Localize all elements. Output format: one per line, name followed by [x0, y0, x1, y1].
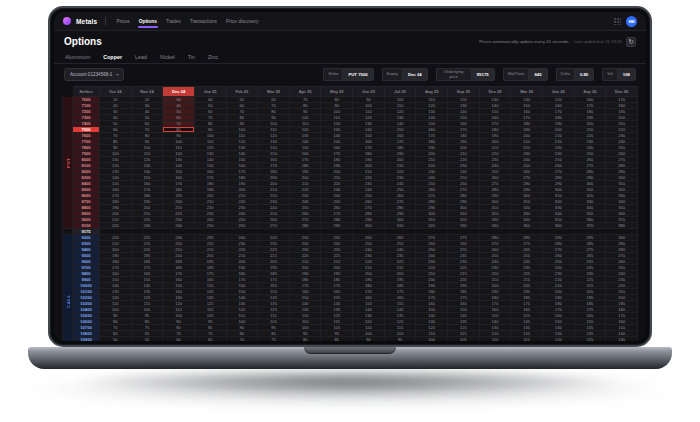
filter-chip-expiry: Expiry Dec 24 — [382, 68, 428, 81]
status-primary-text: Prices automatically update every 20 sec… — [479, 39, 570, 44]
chip-value[interactable]: 108 — [617, 68, 636, 81]
premium-cell[interactable]: 125 — [574, 337, 606, 341]
premium-cell[interactable]: 50 — [100, 337, 132, 341]
column-header[interactable]: Dec 25 — [479, 87, 511, 97]
chip-label: Vol — [602, 68, 617, 81]
premium-cell[interactable]: 115 — [511, 337, 543, 341]
options-table: StrikesOct 24Nov 24Dec 24Jan 25Feb 25Mar… — [62, 86, 638, 341]
premium-cell[interactable]: 100 — [416, 337, 448, 341]
table-row: 1090050556065707580859095100105110115120… — [63, 337, 638, 341]
apps-grid-icon[interactable] — [613, 17, 621, 25]
app-window: Metals Prices Options Trades Transaction… — [54, 12, 646, 341]
premium-cell[interactable]: 75 — [258, 337, 290, 341]
chip-label: Expiry — [382, 68, 402, 81]
column-header[interactable]: Dec 26 — [606, 87, 638, 97]
chip-value[interactable]: 0.85 — [574, 68, 594, 81]
controls-row: Account 01234568-1 ▾ Strike PUT 7500 Exp… — [54, 64, 646, 84]
chip-label: Mid Point — [503, 68, 529, 81]
laptop-shadow — [70, 368, 630, 394]
column-header[interactable]: Sep 25 — [448, 87, 480, 97]
chip-label: Strike — [323, 68, 342, 81]
call-section-label: CALL — [63, 235, 73, 341]
column-header[interactable]: Jun 26 — [542, 87, 574, 97]
nav-item-prices[interactable]: Prices — [114, 13, 131, 29]
separator-group-cell — [63, 229, 73, 235]
filter-chip-delta: Delta 0.85 — [556, 68, 595, 81]
strikes-header: Strikes — [73, 87, 100, 97]
table-header-row: StrikesOct 24Nov 24Dec 24Jan 25Feb 25Mar… — [63, 87, 638, 97]
premium-cell[interactable]: 105 — [448, 337, 480, 341]
premium-cell[interactable]: 95 — [384, 337, 416, 341]
page-header: Options Prices automatically update ever… — [54, 31, 646, 49]
laptop-base — [28, 347, 672, 369]
column-header[interactable]: Jun 25 — [353, 87, 385, 97]
options-chain: StrikesOct 24Nov 24Dec 24Jan 25Feb 25Mar… — [54, 84, 646, 341]
premium-cell[interactable]: 55 — [131, 337, 163, 341]
chevron-down-icon: ▾ — [116, 72, 118, 77]
account-label: Account 01234568-1 — [70, 72, 112, 77]
tab-aluminium[interactable]: Aluminium — [64, 50, 91, 63]
metal-tabs: Aluminium Copper Lead Nickel Tin Zinc — [54, 49, 646, 64]
filter-chip-mid-point: Mid Point 645 — [503, 68, 548, 81]
premium-cell[interactable]: 65 — [194, 337, 226, 341]
chip-label: Delta — [556, 68, 574, 81]
laptop-screen: Metals Prices Options Trades Transaction… — [48, 6, 652, 347]
nav-divider — [105, 17, 106, 25]
account-selector[interactable]: Account 01234568-1 ▾ — [64, 68, 124, 81]
nav-item-price-discovery[interactable]: Price discovery — [224, 13, 261, 29]
chip-value[interactable]: $9175 — [471, 68, 495, 81]
premium-cell[interactable]: 80 — [289, 337, 321, 341]
premium-cell[interactable]: 120 — [542, 337, 574, 341]
update-status: Prices automatically update every 20 sec… — [479, 37, 636, 47]
filter-chip-strike: Strike PUT 7500 — [323, 68, 374, 81]
chip-value[interactable]: 645 — [528, 68, 547, 81]
nav-item-trades[interactable]: Trades — [164, 13, 183, 29]
filter-chips: Strike PUT 7500 Expiry Dec 24 Underlying… — [323, 68, 636, 81]
page-title: Options — [64, 36, 102, 47]
column-header[interactable]: Oct 24 — [100, 87, 132, 97]
strike-cell[interactable]: 10900 — [73, 337, 100, 341]
filter-chip-underlying-price: Underlying price $9175 — [436, 68, 495, 81]
chip-label: Underlying price — [436, 68, 471, 81]
column-header[interactable]: May 25 — [321, 87, 353, 97]
tab-copper[interactable]: Copper — [102, 50, 123, 63]
premium-cell[interactable]: 60 — [163, 337, 195, 341]
group-column-header — [63, 87, 73, 97]
premium-cell[interactable]: 70 — [226, 337, 258, 341]
column-header[interactable]: Mar 26 — [511, 87, 543, 97]
premium-cell[interactable]: 85 — [321, 337, 353, 341]
column-header[interactable]: Aug 25 — [416, 87, 448, 97]
premium-cell[interactable]: 90 — [353, 337, 385, 341]
status-last-updated-text: Last updated at 11:19:30 — [574, 39, 622, 44]
tab-nickel[interactable]: Nickel — [159, 50, 176, 63]
column-header[interactable]: Dec 24 — [163, 87, 195, 97]
tab-zinc[interactable]: Zinc — [207, 50, 219, 63]
nav-item-options[interactable]: Options — [137, 13, 159, 29]
premium-cell[interactable]: 110 — [479, 337, 511, 341]
chip-value[interactable]: Dec 24 — [402, 68, 428, 81]
column-header[interactable]: Sep 26 — [574, 87, 606, 97]
chip-value[interactable]: PUT 7500 — [342, 68, 373, 81]
brand-logo-icon — [63, 17, 71, 25]
refresh-button[interactable]: ↻ — [626, 37, 636, 47]
column-header[interactable]: Feb 25 — [226, 87, 258, 97]
tab-lead[interactable]: Lead — [134, 50, 148, 63]
premium-cell[interactable]: 130 — [606, 337, 638, 341]
column-header[interactable]: Apr 25 — [289, 87, 321, 97]
top-navigation: Metals Prices Options Trades Transaction… — [54, 12, 646, 31]
column-header[interactable]: Jul 25 — [384, 87, 416, 97]
brand-name: Metals — [76, 18, 97, 25]
laptop-notch — [304, 347, 396, 354]
nav-item-transactions[interactable]: Transactions — [188, 13, 219, 29]
column-header[interactable]: Nov 24 — [131, 87, 163, 97]
put-section-label: PUT — [63, 97, 73, 229]
laptop-mockup: Metals Prices Options Trades Transaction… — [0, 0, 700, 422]
user-avatar[interactable]: MB — [626, 16, 637, 27]
column-header[interactable]: Mar 25 — [258, 87, 290, 97]
filter-chip-vol: Vol 108 — [602, 68, 636, 81]
column-header[interactable]: Jan 25 — [194, 87, 226, 97]
tab-tin[interactable]: Tin — [187, 50, 196, 63]
